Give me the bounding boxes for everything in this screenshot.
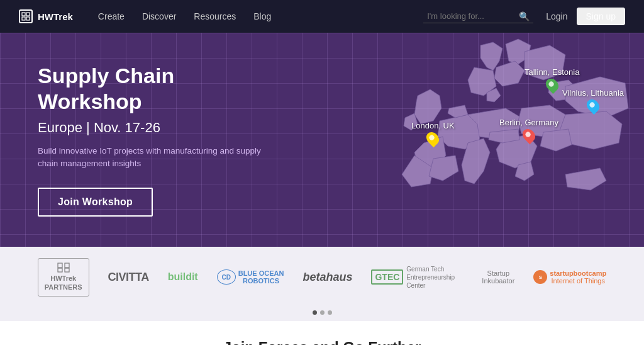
login-button[interactable]: Login <box>546 11 567 21</box>
pin-berlin: Berlin, Germany <box>499 118 558 142</box>
svg-rect-3 <box>26 17 30 20</box>
nav-discover[interactable]: Discover <box>142 11 176 21</box>
partner-blueocean: CD BLUE OCEANROBOTICS <box>217 269 284 285</box>
carousel-dot-3[interactable] <box>328 310 332 315</box>
logo-text: HWTrek <box>38 11 73 22</box>
join-workshop-button[interactable]: Join Workshop <box>38 188 153 217</box>
logo-icon <box>19 9 33 23</box>
berlin-label: Berlin, Germany <box>499 118 558 127</box>
hero-content: Supply Chain Workshop Europe | Nov. 17-2… <box>0 63 302 217</box>
nav-links: Create Discover Resources Blog <box>98 11 423 21</box>
svg-rect-6 <box>58 268 62 272</box>
search-input[interactable] <box>427 11 515 21</box>
partner-hwtrek: HWTrekPARTNERS <box>38 258 89 297</box>
partner-startup-inkubaator: StartupInkubaator <box>482 269 514 285</box>
navigation: HWTrek Create Discover Resources Blog 🔍 … <box>0 0 644 33</box>
search-bar: 🔍 <box>423 10 533 23</box>
partners-section: HWTrekPARTNERS CIVITTA buildit CD BLUE O… <box>0 247 644 308</box>
search-icon: 🔍 <box>519 11 530 21</box>
bottom-section: Join Forces and Go Further <box>0 321 644 345</box>
partner-gtec: GTEC German TechEntrepreneurship Center <box>371 265 463 290</box>
nav-blog[interactable]: Blog <box>253 11 271 21</box>
hero-subtitle: Europe | Nov. 17-26 <box>38 120 264 136</box>
nav-create[interactable]: Create <box>98 11 125 21</box>
partner-buildit: buildit <box>168 271 198 283</box>
nav-resources[interactable]: Resources <box>194 11 236 21</box>
svg-rect-2 <box>22 17 25 20</box>
partner-betahaus: betahaus <box>303 271 352 284</box>
bottom-title: Join Forces and Go Further <box>0 339 644 345</box>
svg-rect-5 <box>65 263 69 268</box>
vilnius-label: Vilnius, Lithuania <box>562 88 624 98</box>
svg-rect-7 <box>65 268 69 272</box>
carousel-dot-2[interactable] <box>320 310 325 315</box>
svg-rect-4 <box>58 263 62 268</box>
svg-rect-0 <box>22 13 25 16</box>
hero-title: Supply Chain Workshop <box>38 63 264 115</box>
tallinn-label: Tallinn, Estonia <box>525 67 579 77</box>
partner-startupbootcamp: S startupbootcampInternet of Things <box>533 269 606 285</box>
signup-button[interactable]: Sign up <box>577 8 625 25</box>
map-container: Tallinn, Estonia Vilnius, Lithuania Berl… <box>279 33 644 247</box>
svg-rect-1 <box>26 13 30 16</box>
pin-vilnius: Vilnius, Lithuania <box>562 88 624 113</box>
carousel-dots <box>313 310 332 315</box>
hero-description: Build innovative IoT projects with manuf… <box>38 145 264 171</box>
carousel-dot-1[interactable] <box>313 310 317 315</box>
hero-section: Tallinn, Estonia Vilnius, Lithuania Berl… <box>0 33 644 247</box>
logo[interactable]: HWTrek <box>19 9 73 23</box>
london-label: London, UK <box>411 121 455 130</box>
partner-civitta: CIVITTA <box>108 271 149 284</box>
pin-london: London, UK <box>411 121 455 145</box>
